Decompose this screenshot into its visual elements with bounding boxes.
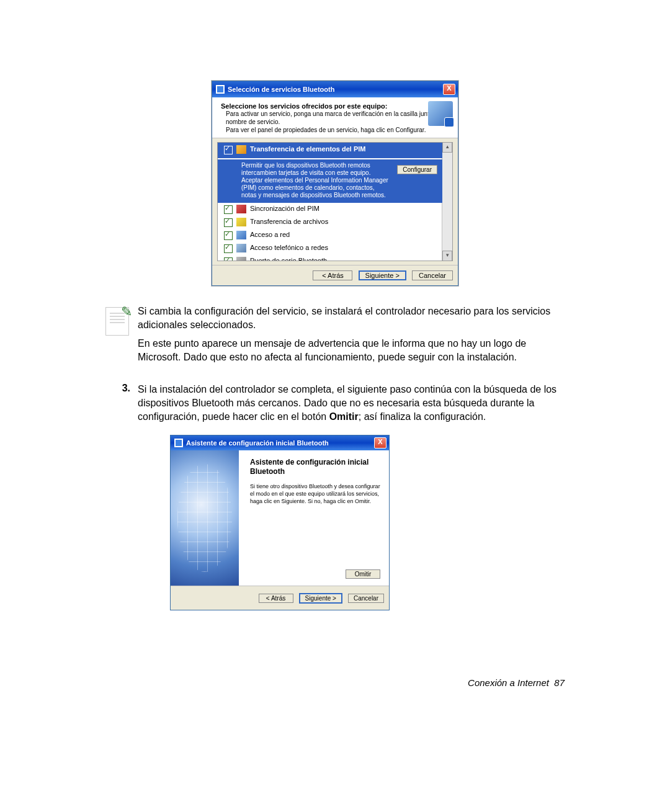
dialog1-footer: < Atrás Siguiente > Cancelar (212, 265, 458, 285)
dialog1-header: Seleccione los servicios ofrecidos por e… (212, 97, 458, 138)
bluetooth-wizard-dialog: Asistente de configuración inicial Bluet… (170, 435, 390, 610)
note-block: Si cambia la configuración del servicio,… (105, 305, 565, 369)
dialup-icon (236, 244, 246, 252)
services-list: ▴ ▾ Transferencia de elementos del PIM P… (217, 142, 453, 261)
service-item-selected[interactable]: Transferencia de elementos del PIM (218, 143, 442, 158)
omit-button[interactable]: Omitir (346, 569, 380, 579)
checkbox-icon[interactable] (224, 205, 233, 214)
footer-page-number: 87 (554, 677, 565, 688)
scroll-down-button[interactable]: ▾ (442, 251, 452, 261)
dialog1-title: Selección de servicios Bluetooth (228, 86, 443, 93)
close-button[interactable]: X (443, 84, 455, 95)
step-number: 3. (105, 383, 138, 610)
next-button[interactable]: Siguiente > (299, 593, 342, 604)
next-button[interactable]: Siguiente > (359, 270, 406, 280)
bluetooth-icon (216, 85, 225, 94)
configure-button[interactable]: Configurar (397, 165, 437, 174)
vertical-scrollbar[interactable]: ▴ ▾ (442, 143, 452, 261)
dialog2-footer: < Atrás Siguiente > Cancelar (171, 586, 389, 610)
pim-transfer-icon (236, 145, 246, 154)
wizard-description: Si tiene otro dispositivo Bluetooth y de… (250, 483, 380, 505)
service-item[interactable]: Acceso telefónico a redes (218, 242, 442, 255)
pim-sync-icon (236, 205, 246, 213)
note-paragraph-2: En este punto aparece un mensaje de adve… (138, 337, 565, 364)
checkbox-icon[interactable] (224, 218, 233, 227)
service-item[interactable]: Puerto de serie Bluetooth (218, 255, 442, 261)
back-button[interactable]: < Atrás (313, 270, 352, 280)
service-item[interactable]: Acceso a red (218, 229, 442, 242)
bluetooth-services-dialog: Selección de servicios Bluetooth X Selec… (212, 81, 458, 286)
service-label: Transferencia de elementos del PIM (250, 145, 365, 153)
service-label: Transferencia de archivos (250, 218, 328, 225)
dialog1-titlebar[interactable]: Selección de servicios Bluetooth X (212, 81, 458, 97)
page-footer: Conexión a Internet 87 (468, 677, 565, 688)
service-label: Puerto de serie Bluetooth (250, 257, 327, 261)
dialog1-header-title: Seleccione los servicios ofrecidos por e… (221, 102, 452, 110)
note-paragraph-1: Si cambia la configuración del servicio,… (138, 305, 565, 332)
service-label: Acceso a red (250, 231, 290, 238)
footer-section: Conexión a Internet (468, 677, 549, 688)
service-item[interactable]: Transferencia de archivos (218, 216, 442, 229)
service-label: Acceso telefónico a redes (250, 244, 328, 251)
network-access-icon (236, 231, 246, 239)
dialog1-header-line2: Para ver el panel de propiedades de un s… (226, 126, 452, 134)
dialog2-title: Asistente de configuración inicial Bluet… (186, 436, 374, 450)
dialog2-titlebar[interactable]: Asistente de configuración inicial Bluet… (171, 435, 389, 450)
cancel-button[interactable]: Cancelar (412, 270, 453, 280)
dialog1-header-line1: Para activar un servicio, ponga una marc… (226, 110, 452, 126)
computer-bluetooth-icon (428, 101, 453, 126)
cancel-button[interactable]: Cancelar (348, 594, 384, 603)
file-transfer-icon (236, 218, 246, 226)
scroll-up-button[interactable]: ▴ (442, 143, 452, 153)
checkbox-icon[interactable] (224, 146, 233, 154)
step-bold-omitir: Omitir (329, 411, 359, 422)
globe-graphic (171, 450, 239, 586)
note-icon (105, 307, 129, 336)
service-label: Sincronización del PIM (250, 205, 319, 212)
back-button[interactable]: < Atrás (259, 594, 293, 603)
close-button[interactable]: X (374, 437, 386, 448)
step-3: 3. Si la instalación del controlador se … (105, 383, 565, 610)
step-text-b: ; así finaliza la configuración. (359, 411, 486, 422)
wizard-heading: Asistente de configuración inicial Bluet… (250, 458, 380, 476)
checkbox-icon[interactable] (224, 244, 233, 253)
checkbox-icon[interactable] (224, 231, 233, 240)
step-body: Si la instalación del controlador se com… (138, 383, 565, 610)
serial-port-icon (236, 257, 246, 261)
checkbox-icon[interactable] (224, 257, 233, 261)
bluetooth-icon (174, 439, 183, 447)
service-item[interactable]: Sincronización del PIM (218, 203, 442, 216)
